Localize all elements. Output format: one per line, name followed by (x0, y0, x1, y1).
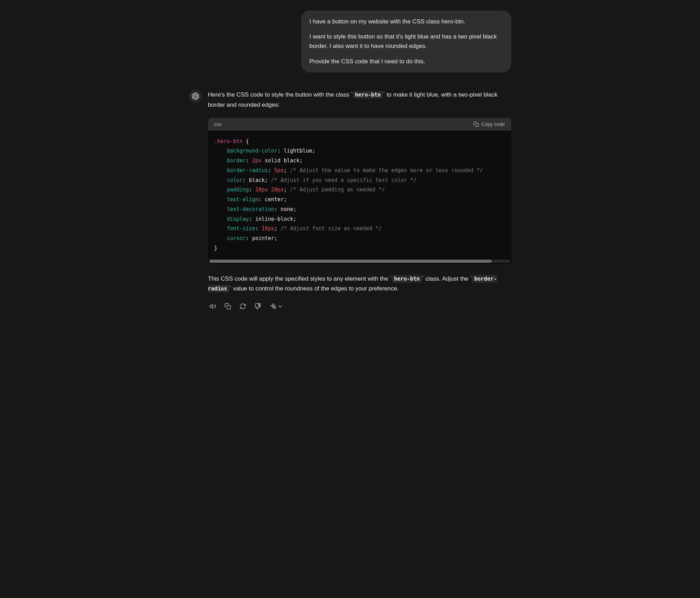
inline-code: hero-btn (392, 275, 422, 283)
assistant-outro-text: This CSS code will apply the specified s… (208, 274, 511, 294)
code-token: /* Adjust if you need a specific text co… (271, 177, 416, 183)
text-fragment: This CSS code will apply the specified s… (208, 275, 390, 282)
code-token: } (214, 245, 217, 251)
code-block: css Copy code .hero-btn { background-col… (208, 118, 511, 264)
code-token: center (265, 196, 284, 203)
code-horizontal-scrollbar[interactable] (209, 260, 510, 263)
regenerate-button[interactable] (238, 302, 248, 311)
code-content[interactable]: .hero-btn { background-color: lightblue;… (208, 131, 511, 260)
thumbs-down-icon (255, 303, 261, 310)
code-token: pointer (252, 235, 274, 241)
code-token: 20px (271, 187, 284, 193)
text-fragment: Here's the CSS code to style the button … (208, 91, 351, 98)
chevron-down-icon (277, 303, 284, 310)
inline-code: hero-btn (353, 91, 383, 99)
text-fragment: value to control the roundness of the ed… (231, 285, 398, 292)
code-token: none (280, 206, 293, 212)
code-token: 16px (262, 225, 274, 232)
svg-rect-0 (476, 124, 479, 127)
code-language-label: css (214, 121, 222, 127)
change-model-button[interactable] (268, 302, 285, 311)
code-token: lightblue (284, 148, 312, 154)
code-token: display (227, 216, 249, 222)
code-token: black (249, 177, 265, 183)
code-token: text-decoration (227, 206, 274, 212)
copy-message-button[interactable] (223, 302, 233, 311)
speaker-icon (209, 303, 216, 310)
code-token: .hero-btn (214, 138, 243, 145)
user-message-line: I want to style this button so that it's… (310, 32, 503, 51)
svg-marker-1 (210, 304, 212, 308)
assistant-avatar (189, 90, 202, 103)
user-message-line: I have a button on my website with the C… (310, 17, 503, 26)
code-token: inline-block (255, 216, 293, 222)
svg-rect-2 (227, 305, 230, 309)
assistant-message-row: Here's the CSS code to style the button … (189, 90, 511, 311)
user-message-bubble: I have a button on my website with the C… (301, 10, 511, 72)
code-token: /* Adjust font size as needed */ (280, 225, 382, 232)
code-token: 5px (274, 167, 284, 174)
code-token: padding (227, 187, 249, 193)
code-token: background-color (227, 148, 278, 154)
copy-icon (224, 303, 231, 310)
copy-code-button[interactable]: Copy code (473, 121, 505, 127)
code-token: solid black (265, 157, 299, 164)
code-token: 10px (255, 187, 268, 193)
code-token: cursor (227, 235, 246, 241)
code-token: text-align (227, 196, 258, 203)
copy-icon (473, 121, 479, 127)
code-token: border-radius (227, 167, 268, 174)
code-token: { (243, 138, 249, 145)
read-aloud-button[interactable] (208, 302, 217, 311)
refresh-icon (240, 303, 246, 310)
code-token: /* Adjust padding as needed */ (290, 187, 385, 193)
openai-icon (192, 92, 199, 100)
code-header: css Copy code (208, 118, 511, 131)
code-token: color (227, 177, 243, 183)
scrollbar-thumb[interactable] (209, 260, 492, 263)
code-token: /* Adjust the value to make the edges mo… (290, 167, 483, 174)
code-token: 2px (252, 157, 262, 164)
copy-code-label: Copy code (481, 121, 505, 127)
code-token: font-size (227, 225, 255, 232)
message-action-bar (208, 302, 511, 311)
text-fragment: class. Adjust the (424, 275, 470, 282)
user-message-line: Provide the CSS code that I need to do t… (310, 57, 503, 66)
bad-response-button[interactable] (253, 302, 263, 311)
code-token: border (227, 157, 246, 164)
sparkle-icon (270, 303, 276, 310)
assistant-intro-text: Here's the CSS code to style the button … (208, 90, 511, 110)
